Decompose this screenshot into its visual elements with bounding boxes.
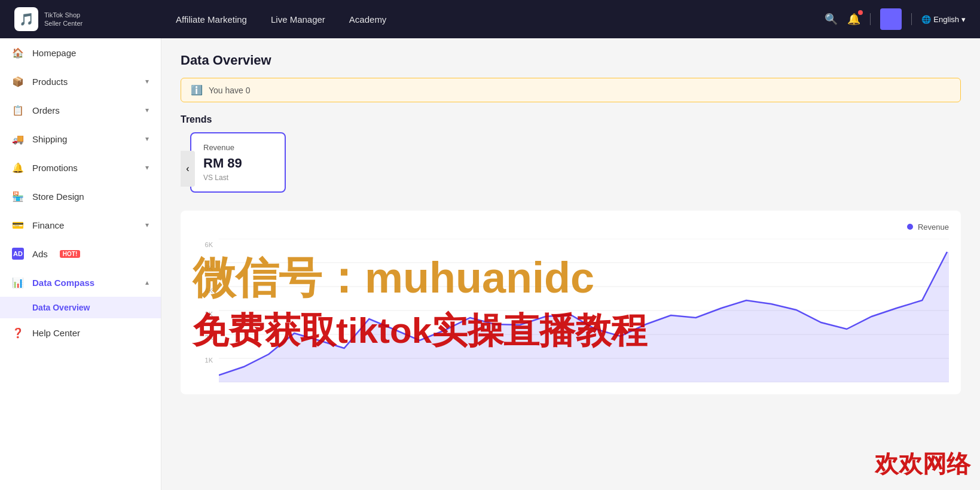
- chevron-finance: ▾: [145, 221, 149, 229]
- store-design-icon: 🏪: [12, 190, 24, 202]
- search-icon: 🔍: [825, 13, 838, 25]
- sidebar-item-products[interactable]: 📦 Products ▾: [0, 67, 161, 96]
- sidebar-item-left-finance: 💳 Finance: [12, 219, 64, 231]
- sidebar-item-left-shipping: 🚚 Shipping: [12, 133, 67, 145]
- metric-value: RM 89: [203, 156, 273, 171]
- nav-links: Affiliate Marketing Live Manager Academy: [176, 14, 825, 25]
- chevron-down-icon: ▾: [961, 15, 966, 24]
- logo-text: TikTok Shop Seller Center: [44, 11, 83, 28]
- language-selector[interactable]: 🌐 English ▾: [921, 15, 966, 24]
- y-label-3k: 3K: [193, 311, 216, 318]
- sidebar-label-shipping: Shipping: [32, 134, 67, 144]
- sidebar-item-left-data-compass: 📊 Data Compass: [12, 276, 94, 288]
- home-icon: 🏠: [12, 47, 24, 59]
- data-compass-icon: 📊: [12, 276, 24, 288]
- hot-badge: HOT!: [60, 250, 80, 258]
- y-label-5k: 5K: [193, 264, 216, 272]
- sidebar-item-left-products: 📦 Products: [12, 75, 68, 87]
- sidebar-item-store-design[interactable]: 🏪 Store Design: [0, 182, 161, 211]
- sidebar-item-left-help: ❓ Help Center: [12, 327, 80, 339]
- chevron-left-icon: ‹: [186, 163, 189, 174]
- legend-label-revenue: Revenue: [918, 223, 949, 232]
- shipping-icon: 🚚: [12, 133, 24, 145]
- logo-area: 🎵 TikTok Shop Seller Center: [14, 7, 176, 31]
- sidebar-item-orders[interactable]: 📋 Orders ▾: [0, 96, 161, 124]
- alert-icon: ℹ️: [191, 84, 203, 96]
- sidebar-item-left-store: 🏪 Store Design: [12, 190, 84, 202]
- logo-icon: 🎵: [14, 7, 38, 31]
- trends-label: Trends: [181, 114, 961, 125]
- nav-live-manager[interactable]: Live Manager: [271, 14, 325, 25]
- divider: [870, 13, 871, 25]
- alert-text: You have 0: [209, 86, 251, 95]
- top-nav: 🎵 TikTok Shop Seller Center Affiliate Ma…: [0, 0, 980, 38]
- chart-area: 微信号：muhuanidc 免费获取tiktok实操直播教程 Revenue 6…: [181, 211, 961, 394]
- sidebar-label-data-compass: Data Compass: [32, 278, 94, 288]
- legend-revenue: Revenue: [907, 223, 949, 232]
- metric-vs: VS Last: [203, 174, 273, 182]
- chart-svg: [219, 239, 949, 382]
- sidebar-item-left-orders: 📋 Orders: [12, 104, 60, 116]
- tiktok-icon: 🎵: [19, 12, 34, 26]
- chevron-orders: ▾: [145, 106, 149, 114]
- sidebar-item-left-ads: AD Ads HOT!: [12, 248, 80, 260]
- sidebar-item-finance[interactable]: 💳 Finance ▾: [0, 211, 161, 239]
- products-icon: 📦: [12, 75, 24, 87]
- chevron-promotions: ▾: [145, 163, 149, 172]
- sidebar-item-help-center[interactable]: ❓ Help Center: [0, 318, 161, 347]
- sidebar-label-orders: Orders: [32, 105, 60, 115]
- nav-academy[interactable]: Academy: [349, 14, 387, 25]
- chart-container: 6K 5K 4K 3K 2K 1K: [193, 239, 949, 382]
- orders-icon: 📋: [12, 104, 24, 116]
- alert-banner: ℹ️ You have 0: [181, 78, 961, 102]
- page-title: Data Overview: [181, 53, 961, 68]
- sidebar-label-promotions: Promotions: [32, 163, 78, 173]
- chart-legend: Revenue: [193, 223, 949, 232]
- main-content: Data Overview ℹ️ You have 0 Trends ‹ Rev…: [161, 38, 980, 490]
- y-label-6k: 6K: [193, 241, 216, 248]
- sidebar-item-left-promotions: 🔔 Promotions: [12, 162, 78, 174]
- chevron-shipping: ▾: [145, 135, 149, 143]
- sidebar-item-homepage[interactable]: 🏠 Homepage: [0, 38, 161, 67]
- y-label-2k: 2K: [193, 334, 216, 341]
- chevron-products: ▾: [145, 77, 149, 86]
- sidebar-item-shipping[interactable]: 🚚 Shipping ▾: [0, 124, 161, 153]
- sidebar-label-finance: Finance: [32, 220, 64, 230]
- brand-name: TikTok Shop: [44, 11, 83, 19]
- brand-sub: Seller Center: [44, 19, 83, 28]
- y-label-4k: 4K: [193, 287, 216, 294]
- y-label-1k: 1K: [193, 357, 216, 364]
- sidebar-item-ads[interactable]: AD Ads HOT!: [0, 239, 161, 268]
- search-button[interactable]: 🔍: [825, 13, 838, 26]
- nav-right: 🔍 🔔 🌐 English ▾: [825, 8, 966, 30]
- sidebar-label-ads: Ads: [32, 249, 48, 259]
- sidebar-item-promotions[interactable]: 🔔 Promotions ▾: [0, 153, 161, 182]
- globe-icon: 🌐: [921, 15, 931, 24]
- promotions-icon: 🔔: [12, 162, 24, 174]
- ads-icon: AD: [12, 248, 24, 260]
- legend-dot-revenue: [907, 224, 913, 230]
- chevron-data-compass: ▴: [145, 278, 149, 287]
- divider2: [911, 13, 912, 25]
- notification-badge: [858, 10, 863, 15]
- y-axis: 6K 5K 4K 3K 2K 1K: [193, 239, 216, 382]
- sidebar-subitem-label-data-overview: Data Overview: [32, 303, 90, 312]
- metric-label: Revenue: [203, 143, 273, 152]
- nav-affiliate-marketing[interactable]: Affiliate Marketing: [176, 14, 247, 25]
- sidebar-label-help-center: Help Center: [32, 328, 80, 338]
- finance-icon: 💳: [12, 219, 24, 231]
- chart-prev-button[interactable]: ‹: [181, 151, 195, 187]
- page-wrapper: 🏠 Homepage 📦 Products ▾ 📋 Orders ▾ 🚚 Shi…: [0, 38, 980, 490]
- revenue-chart-svg: [219, 239, 949, 382]
- sidebar-subitem-data-overview[interactable]: Data Overview: [0, 297, 161, 318]
- metric-card-revenue: Revenue RM 89 VS Last: [190, 132, 286, 193]
- sidebar: 🏠 Homepage 📦 Products ▾ 📋 Orders ▾ 🚚 Shi…: [0, 38, 161, 490]
- sidebar-label-products: Products: [32, 77, 68, 87]
- avatar[interactable]: [880, 8, 902, 30]
- sidebar-item-left: 🏠 Homepage: [12, 47, 76, 59]
- sidebar-label-homepage: Homepage: [32, 48, 76, 58]
- sidebar-item-data-compass[interactable]: 📊 Data Compass ▴: [0, 268, 161, 297]
- notification-button[interactable]: 🔔: [847, 13, 860, 26]
- help-icon: ❓: [12, 327, 24, 339]
- lang-label: English: [933, 15, 959, 24]
